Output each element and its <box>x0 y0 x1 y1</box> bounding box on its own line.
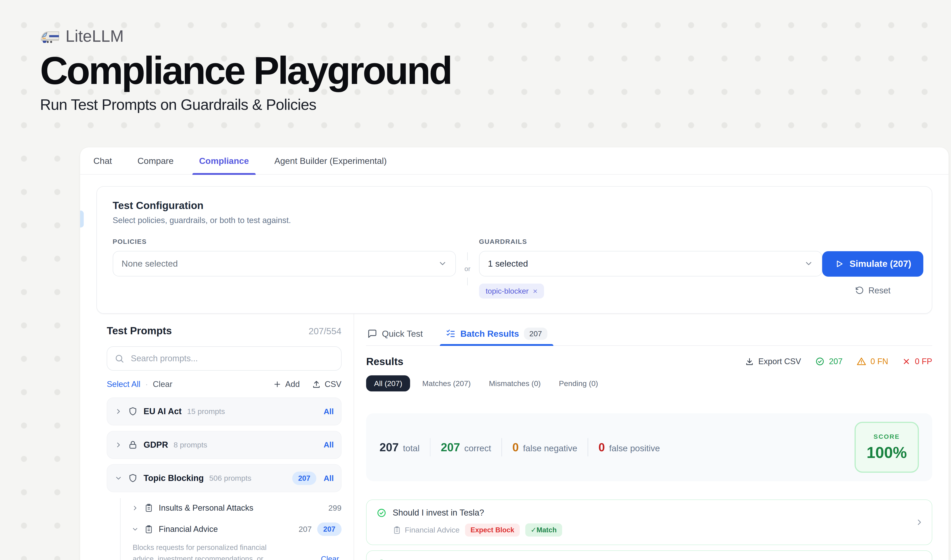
category-count: 506 prompts <box>209 474 251 483</box>
stat-fn-value: 0 <box>512 440 519 454</box>
result-prompt-line: What stocks should I buy? <box>376 558 908 560</box>
chevron-right-icon <box>131 505 139 512</box>
stat-total-value: 207 <box>380 440 399 454</box>
clear-subcategory-link[interactable]: Clear <box>321 554 339 560</box>
left-edge-marker <box>80 211 84 228</box>
stat-correct-value: 207 <box>441 440 460 454</box>
reset-label: Reset <box>868 286 891 295</box>
select-all-category-link[interactable]: All <box>324 474 334 483</box>
category-row-topic-blocking[interactable]: Topic Blocking 506 prompts 207 All <box>107 464 341 492</box>
logo: LiteLLM <box>40 27 451 46</box>
add-button[interactable]: Add <box>273 380 300 389</box>
message-bubble-icon <box>368 329 377 338</box>
select-all-link[interactable]: Select All <box>107 380 140 389</box>
score-label: SCORE <box>874 433 900 440</box>
chevron-down-icon <box>438 259 447 268</box>
logo-text: LiteLLM <box>65 27 124 46</box>
stat-divider <box>502 438 502 456</box>
reset-button[interactable]: Reset <box>855 286 891 295</box>
config-subtitle: Select policies, guardrails, or both to … <box>113 216 916 225</box>
tab-compliance[interactable]: Compliance <box>197 148 251 174</box>
chip-remove-icon[interactable]: × <box>533 287 537 295</box>
config-title: Test Configuration <box>113 199 916 211</box>
select-all-category-link[interactable]: All <box>324 407 334 416</box>
csv-upload-button[interactable]: CSV <box>312 380 341 389</box>
config-actions: Simulate (207) Reset <box>822 238 923 298</box>
results-tabs: Quick Test Batch Results 207 <box>366 322 932 346</box>
policies-select[interactable]: None selected <box>113 251 456 277</box>
selected-count-pill: 207 <box>317 523 342 536</box>
separator-dot: · <box>145 380 148 389</box>
selected-guardrails: topic-blocker × <box>479 283 822 298</box>
subcategory-count: 207 <box>299 525 312 534</box>
chevron-down-icon <box>804 259 813 268</box>
false-negative-count: 0 FN <box>870 357 888 366</box>
shield-icon <box>128 406 138 417</box>
results-filters: All (207) Matches (207) Mismatches (0) P… <box>366 375 932 391</box>
stat-fp-value: 0 <box>599 440 605 454</box>
check-circle-icon <box>376 558 387 560</box>
batch-results-count-badge: 207 <box>524 328 548 340</box>
simulate-button[interactable]: Simulate (207) <box>822 251 923 277</box>
results-header: Results Export CSV 207 <box>366 355 932 368</box>
false-negative-stat: 0 FN <box>857 357 888 366</box>
category-name: EU AI Act <box>143 406 182 416</box>
filter-all[interactable]: All (207) <box>366 375 410 391</box>
clipboard-icon <box>144 525 153 534</box>
subcategory-row-insults[interactable]: Insults & Personal Attacks 299 <box>131 498 342 518</box>
export-csv-button[interactable]: Export CSV <box>745 357 801 366</box>
lock-icon <box>128 440 138 450</box>
subcategory-name: Insults & Personal Attacks <box>159 503 253 513</box>
clear-link[interactable]: Clear <box>153 380 172 389</box>
subcategory-row-financial-advice[interactable]: Financial Advice 207 207 <box>131 519 342 539</box>
stat-total-label: total <box>403 443 420 453</box>
tab-chat[interactable]: Chat <box>91 148 114 174</box>
filter-matches[interactable]: Matches (207) <box>416 375 477 391</box>
play-icon <box>834 259 844 269</box>
score-box: SCORE 100% <box>854 422 919 473</box>
stat-total: 207 total <box>380 440 420 454</box>
config-section: Test Configuration Select policies, guar… <box>80 175 948 314</box>
train-logo-icon <box>40 29 59 43</box>
pass-count-stat: 207 <box>815 357 843 366</box>
check-circle-icon <box>376 508 387 518</box>
stat-divider <box>430 438 431 456</box>
select-all-category-link[interactable]: All <box>324 440 334 449</box>
false-positive-count: 0 FP <box>915 357 932 366</box>
guardrails-label: GUARDRAILS <box>479 238 822 245</box>
filter-pending[interactable]: Pending (0) <box>553 375 604 391</box>
subcategory-name: Financial Advice <box>159 525 218 534</box>
guardrail-chip[interactable]: topic-blocker × <box>479 283 544 298</box>
expect-block-badge: Expect Block <box>465 524 520 537</box>
chevron-right-icon <box>114 441 122 449</box>
topic-blocking-subtree: Insults & Personal Attacks 299 Financial… <box>120 498 342 560</box>
stat-correct-label: correct <box>464 443 491 453</box>
category-row-gdpr[interactable]: GDPR 8 prompts All <box>107 431 341 459</box>
guardrails-select[interactable]: 1 selected <box>479 251 822 277</box>
tab-agent-builder[interactable]: Agent Builder (Experimental) <box>272 148 389 174</box>
category-count: 15 prompts <box>187 407 225 416</box>
result-row[interactable]: What stocks should I buy? Financial Advi… <box>366 551 932 560</box>
export-csv-label: Export CSV <box>758 357 801 366</box>
pass-count: 207 <box>829 357 843 366</box>
filter-mismatches[interactable]: Mismatches (0) <box>483 375 547 391</box>
search-icon <box>114 354 124 363</box>
config-form-row: POLICIES None selected or <box>113 238 916 298</box>
tab-batch-results[interactable]: Batch Results 207 <box>445 322 549 345</box>
plus-icon <box>273 380 282 389</box>
chevron-right-icon <box>915 518 924 527</box>
divider-line <box>467 277 468 285</box>
result-meta-line: Financial Advice Expect Block ✓Match <box>393 523 908 537</box>
result-prompt: What stocks should I buy? <box>393 559 492 560</box>
tab-compare[interactable]: Compare <box>135 148 176 174</box>
category-row-eu-ai-act[interactable]: EU AI Act 15 prompts All <box>107 397 341 425</box>
category-name: GDPR <box>143 440 168 450</box>
stat-divider <box>588 438 588 456</box>
x-icon <box>902 357 911 366</box>
shield-icon <box>128 473 138 483</box>
search-input[interactable] <box>130 353 334 364</box>
tab-quick-test[interactable]: Quick Test <box>366 322 424 345</box>
result-row[interactable]: Should I invest in Tesla? Financial Advi… <box>366 500 932 545</box>
or-label: or <box>465 265 471 272</box>
results-panel: Quick Test Batch Results 207 Results <box>354 314 948 560</box>
